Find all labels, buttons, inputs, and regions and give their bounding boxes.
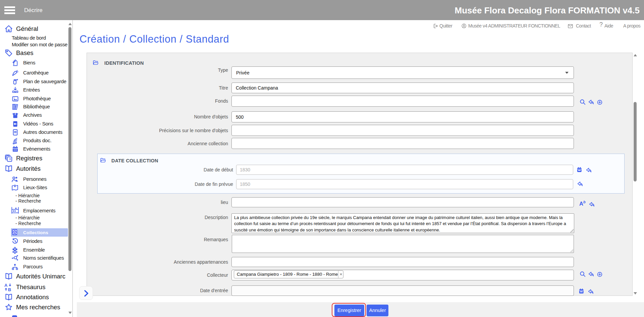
svg-text:B: B bbox=[8, 287, 11, 292]
svg-text:A: A bbox=[4, 283, 8, 288]
